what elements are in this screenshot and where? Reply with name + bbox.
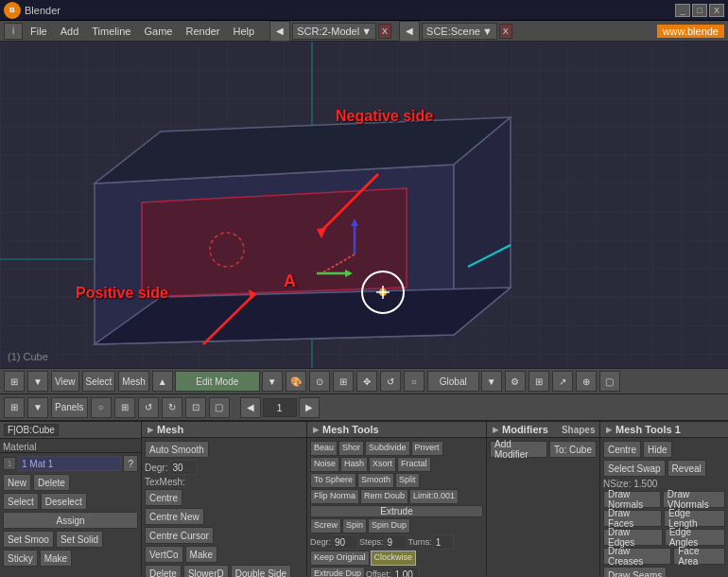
shor-button[interactable]: Shor [338, 441, 364, 456]
scene-close-button[interactable]: X [499, 24, 512, 39]
to-sphere-button[interactable]: To Sphere [310, 473, 356, 488]
draw-normals-button[interactable]: Draw Normals [603, 491, 661, 508]
double-side-button[interactable]: Double Side [231, 565, 291, 577]
reveal-button[interactable]: Reveal [667, 460, 706, 477]
panels-label[interactable]: Panels [51, 397, 88, 418]
auto-smooth-button[interactable]: Auto Smooth [145, 441, 209, 458]
global-arrow[interactable]: ▼ [481, 371, 502, 392]
draw-faces-button[interactable]: Draw Faces [603, 510, 662, 527]
smooth-button[interactable]: Smooth [357, 473, 394, 488]
xsort-button[interactable]: Xsort [369, 457, 396, 472]
minimize-button[interactable]: _ [675, 4, 690, 17]
select-swap-button[interactable]: Select Swap [603, 460, 666, 477]
face-area-button[interactable]: Face Area [673, 548, 725, 565]
rotate-icon[interactable]: ↺ [380, 371, 401, 392]
centre-cursor-button[interactable]: Centre Cursor [145, 527, 214, 544]
menu-render[interactable]: Render [180, 24, 225, 39]
viewport[interactable]: Negative side Positive side A (1) Cube [0, 42, 728, 368]
fractal-button[interactable]: Fractal [397, 457, 431, 472]
spin-dup-button[interactable]: Spin Dup [368, 518, 410, 533]
keep-original-button[interactable]: Keep Original [310, 551, 370, 566]
settings-icon[interactable]: ⚙ [505, 371, 526, 392]
draw-creases-button[interactable]: Draw Creases [603, 548, 671, 565]
slower-button[interactable]: SlowerD [183, 565, 229, 577]
mesh-menu[interactable]: Mesh [118, 371, 148, 392]
mat-name[interactable]: 1 Mat 1 [18, 456, 121, 471]
screen-selector[interactable]: SCR:2-Model ▼ [292, 23, 376, 40]
centre2-button[interactable]: Centre [603, 441, 641, 458]
beau-button[interactable]: Beau [310, 441, 338, 456]
hash-button[interactable]: Hash [340, 457, 368, 472]
view-arrow[interactable]: ▼ [27, 371, 48, 392]
menu-file[interactable]: File [25, 24, 53, 39]
make-button[interactable]: Make [40, 550, 72, 567]
delete-mat-button[interactable]: Delete [33, 474, 70, 491]
grid-icon[interactable]: ⊞ [333, 371, 354, 392]
mat-options-button[interactable]: ? [123, 455, 138, 472]
grid2-icon[interactable]: ⊞ [529, 371, 549, 392]
deselect-button[interactable]: Deselect [41, 493, 87, 510]
limit-input[interactable]: Limit:0.001 [409, 489, 459, 504]
scene-selector[interactable]: SCE:Scene ▼ [422, 23, 497, 40]
edit-mode-arrow[interactable]: ▼ [262, 371, 283, 392]
texture-icon[interactable]: 🎨 [286, 371, 306, 392]
set-solid-button[interactable]: Set Solid [56, 531, 103, 548]
offset-field[interactable] [391, 567, 420, 577]
menu-timeline[interactable]: Timeline [86, 24, 136, 39]
page-prev[interactable]: ◀ [240, 397, 261, 418]
edit-mode-selector[interactable]: Edit Mode [175, 371, 260, 392]
edge-length-button[interactable]: Edge Length [664, 510, 725, 527]
new-mat-button[interactable]: New [3, 474, 31, 491]
centre-new-button[interactable]: Centre New [145, 508, 204, 525]
split-button[interactable]: Split [395, 473, 420, 488]
assign-button[interactable]: Assign [3, 512, 138, 529]
view-menu[interactable]: View [51, 371, 79, 392]
turns-field[interactable] [433, 534, 454, 550]
menu-add[interactable]: Add [55, 24, 85, 39]
sticky-button[interactable]: Sticky [3, 550, 38, 567]
camera-icon[interactable]: ▢ [599, 371, 620, 392]
clockwise-button[interactable]: Clockwise [371, 551, 417, 566]
screen-arrow-left[interactable]: ◀ [269, 21, 290, 42]
centre-button[interactable]: Centre [145, 489, 182, 506]
menu-help[interactable]: Help [228, 24, 261, 39]
maximize-button[interactable]: □ [692, 4, 707, 17]
panel-icon4[interactable]: ↻ [162, 397, 182, 418]
panel-icon2[interactable]: ⊞ [114, 397, 135, 418]
noise-button[interactable]: Noise [310, 457, 339, 472]
panel-arrow[interactable]: ▼ [27, 397, 48, 418]
info-button[interactable]: i [4, 23, 23, 40]
add-modifier-button[interactable]: Add Modifier [490, 441, 547, 458]
scene-arrow-left[interactable]: ◀ [399, 21, 420, 42]
spin-button[interactable]: Spin [342, 518, 367, 533]
draw-edges-button[interactable]: Draw Edges [603, 529, 663, 546]
draw-vnormals-button[interactable]: Draw VNormals [663, 491, 725, 508]
panel-icon6[interactable]: ▢ [209, 397, 230, 418]
arrow-icon[interactable]: ↗ [552, 371, 573, 392]
cursor-icon[interactable]: ✥ [356, 371, 377, 392]
page-number[interactable] [263, 398, 297, 417]
extrude-dup-button[interactable]: Extrude Dup [310, 567, 365, 577]
select-button[interactable]: Select [3, 493, 39, 510]
select-menu[interactable]: Select [82, 371, 116, 392]
flip-norma-button[interactable]: Flip Norma [310, 489, 359, 504]
edge-angles-button[interactable]: Edge Angles [665, 529, 725, 546]
screw-button[interactable]: Screw [310, 518, 341, 533]
pnvert-button[interactable]: Pnvert [411, 441, 443, 456]
panel-mode-icon[interactable]: ⊞ [4, 397, 25, 418]
make2-button[interactable]: Make [185, 546, 217, 563]
steps-field[interactable] [385, 534, 407, 550]
set-smoo-button[interactable]: Set Smoo [3, 531, 54, 548]
degr-field[interactable] [332, 534, 358, 550]
panel-icon1[interactable]: ○ [91, 397, 112, 418]
panel-icon5[interactable]: ⊡ [185, 397, 206, 418]
transform-icon[interactable]: ⊕ [576, 371, 597, 392]
global-selector[interactable]: Global [427, 371, 479, 392]
rem-doub-button[interactable]: Rem Doub [360, 489, 408, 504]
menu-game[interactable]: Game [138, 24, 178, 39]
page-next[interactable]: ▶ [299, 397, 320, 418]
magnet-icon[interactable]: ⊙ [309, 371, 330, 392]
screen-close-button[interactable]: X [378, 24, 391, 39]
draw-seams-button[interactable]: Draw Seams [603, 567, 667, 577]
subdivide-button[interactable]: Subdivide [365, 441, 410, 456]
